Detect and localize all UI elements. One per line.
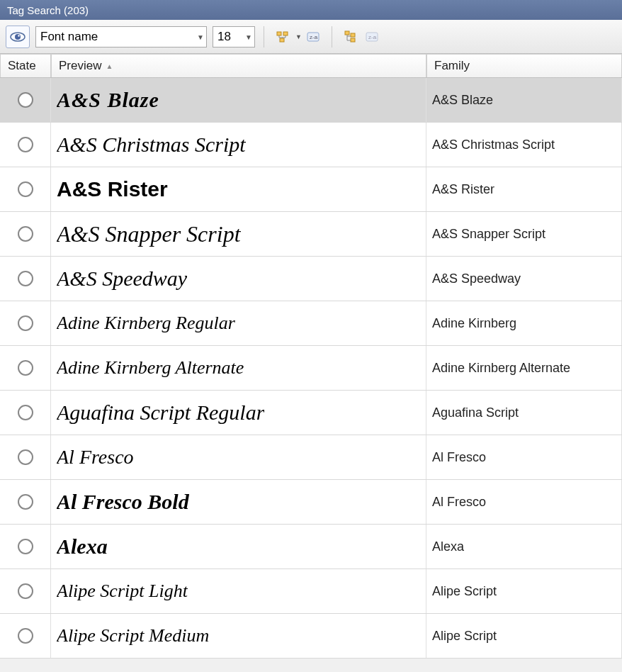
font-family-name: Al Fresco — [432, 450, 486, 465]
font-preview-text: A&S Blaze — [57, 88, 159, 112]
expand-tree-icon — [344, 30, 357, 43]
svg-rect-4 — [283, 32, 288, 35]
eye-icon — [10, 32, 26, 42]
family-cell: Aguafina Script — [426, 391, 622, 435]
font-preview-text: Al Fresco — [57, 446, 134, 469]
state-cell — [0, 123, 51, 167]
family-cell: Adine Kirnberg — [426, 301, 622, 345]
collapse-sort-button[interactable]: z-a — [362, 27, 382, 47]
font-family-name: Adine Kirnberg — [432, 316, 516, 331]
preview-cell: A&S Blaze — [51, 78, 426, 122]
window-title: Tag Search (203) — [7, 4, 89, 16]
preview-cell: Adine Kirnberg Regular — [51, 301, 426, 345]
state-cell — [0, 435, 51, 479]
font-preview-text: A&S Snapper Script — [57, 221, 241, 247]
font-family-name: A&S Christmas Script — [432, 138, 555, 152]
table-row[interactable]: Alipe Script MediumAlipe Script — [0, 614, 622, 659]
state-cell — [0, 569, 51, 613]
state-radio[interactable] — [18, 583, 33, 599]
font-preview-text: Aguafina Script Regular — [57, 401, 264, 425]
preview-toggle-button[interactable] — [6, 26, 30, 48]
table-row[interactable]: Adine Kirnberg RegularAdine Kirnberg — [0, 301, 622, 346]
font-preview-text: Alipe Script Medium — [57, 625, 209, 646]
font-size-combobox[interactable] — [213, 26, 255, 47]
font-list: A&S BlazeA&S BlazeA&S Christmas ScriptA&… — [0, 78, 622, 659]
svg-text:z-a: z-a — [368, 34, 377, 40]
table-row[interactable]: Aguafina Script RegularAguafina Script — [0, 391, 622, 435]
svg-rect-9 — [351, 33, 355, 37]
column-header-state[interactable]: State — [0, 54, 51, 77]
preview-cell: A&S Snapper Script — [51, 212, 426, 256]
svg-rect-3 — [277, 32, 281, 35]
font-preview-text: A&S Rister — [57, 177, 168, 201]
font-preview-text: Adine Kirnberg Regular — [57, 313, 235, 334]
state-cell — [0, 391, 51, 435]
font-family-name: Alipe Script — [432, 584, 497, 599]
group-tools: ▼ z-a — [273, 27, 323, 47]
state-radio[interactable] — [18, 494, 33, 510]
column-header-family[interactable]: Family — [426, 54, 622, 77]
state-cell — [0, 167, 51, 211]
state-radio[interactable] — [18, 226, 33, 242]
family-cell: A&S Christmas Script — [426, 123, 622, 167]
column-header-label: Preview — [59, 59, 101, 73]
font-preview-text: Adine Kirnberg Alternate — [57, 357, 244, 379]
table-row[interactable]: A&S Christmas ScriptA&S Christmas Script — [0, 123, 622, 167]
preview-cell: Alipe Script Light — [51, 569, 426, 613]
family-cell: Al Fresco — [426, 480, 622, 524]
state-cell — [0, 346, 51, 390]
table-header: State Preview ▲ Family — [0, 54, 622, 78]
font-family-name: Al Fresco — [432, 495, 486, 510]
state-radio[interactable] — [18, 360, 33, 376]
state-radio[interactable] — [18, 271, 33, 286]
table-row[interactable]: Al FrescoAl Fresco — [0, 435, 622, 480]
font-name-combobox[interactable] — [35, 26, 207, 47]
preview-cell: Al Fresco Bold — [51, 480, 426, 524]
table-row[interactable]: Adine Kirnberg AlternateAdine Kirnberg A… — [0, 346, 622, 391]
tree-icon — [276, 30, 289, 43]
preview-cell: Alexa — [51, 525, 426, 569]
table-row[interactable]: A&S Snapper ScriptA&S Snapper Script — [0, 212, 622, 257]
group-by-button[interactable] — [273, 27, 293, 47]
column-header-label: Family — [434, 59, 470, 73]
state-radio[interactable] — [18, 92, 33, 108]
state-radio[interactable] — [18, 137, 33, 152]
family-cell: Al Fresco — [426, 435, 622, 479]
state-radio[interactable] — [18, 539, 33, 554]
state-radio[interactable] — [18, 405, 33, 420]
window-titlebar: Tag Search (203) — [0, 0, 622, 20]
font-family-name: Alexa — [432, 539, 464, 554]
font-preview-text: Alexa — [57, 534, 108, 559]
sort-az-button[interactable]: z-a — [303, 27, 323, 47]
state-radio[interactable] — [18, 181, 33, 197]
table-row[interactable]: A&S RisterA&S Rister — [0, 167, 622, 212]
font-preview-text: A&S Christmas Script — [57, 133, 246, 157]
preview-cell: Al Fresco — [51, 435, 426, 479]
table-row[interactable]: AlexaAlexa — [0, 525, 622, 569]
table-row[interactable]: A&S SpeedwayA&S Speedway — [0, 257, 622, 301]
family-cell: Alexa — [426, 525, 622, 569]
table-row[interactable]: Al Fresco BoldAl Fresco — [0, 480, 622, 525]
state-radio[interactable] — [18, 449, 33, 465]
font-family-name: Adine Kirnberg Alternate — [432, 361, 570, 376]
family-cell: Adine Kirnberg Alternate — [426, 346, 622, 390]
family-cell: Alipe Script — [426, 569, 622, 613]
state-cell — [0, 257, 51, 301]
family-cell: A&S Snapper Script — [426, 212, 622, 256]
column-header-label: State — [8, 59, 36, 73]
column-header-preview[interactable]: Preview ▲ — [51, 54, 426, 77]
state-radio[interactable] — [18, 628, 33, 644]
font-preview-text: A&S Speedway — [57, 267, 187, 291]
preview-cell: A&S Rister — [51, 167, 426, 211]
preview-cell: Alipe Script Medium — [51, 614, 426, 658]
table-row[interactable]: A&S BlazeA&S Blaze — [0, 78, 622, 123]
state-radio[interactable] — [18, 315, 33, 331]
preview-cell: Adine Kirnberg Alternate — [51, 346, 426, 390]
expand-all-button[interactable] — [341, 27, 361, 47]
table-row[interactable]: Alipe Script LightAlipe Script — [0, 569, 622, 614]
family-cell: A&S Rister — [426, 167, 622, 211]
font-family-name: Aguafina Script — [432, 405, 519, 420]
state-cell — [0, 78, 51, 122]
font-preview-text: Al Fresco Bold — [57, 490, 189, 514]
state-cell — [0, 301, 51, 345]
